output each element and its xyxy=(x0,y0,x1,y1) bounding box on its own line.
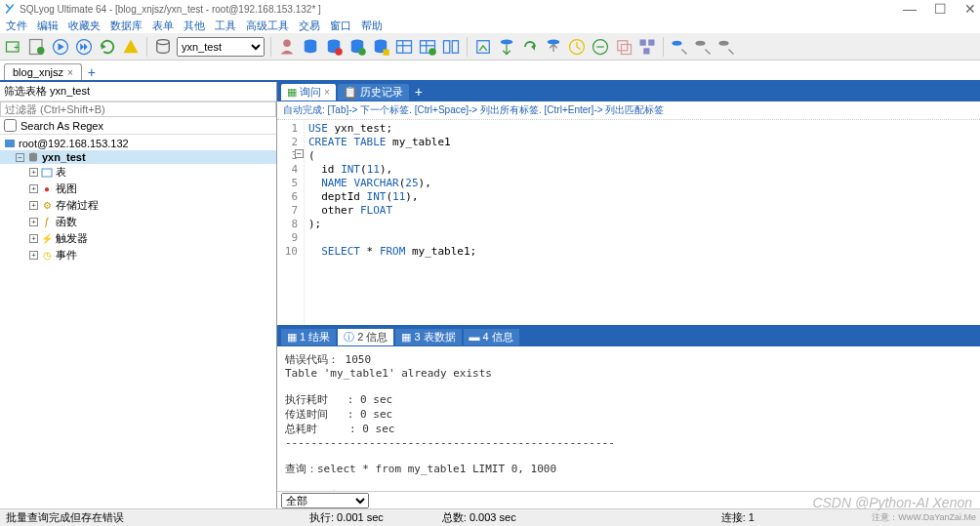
new-query-icon[interactable] xyxy=(27,37,47,57)
tool3-icon[interactable] xyxy=(716,37,736,57)
object-tree[interactable]: root@192.168.153.132 − yxn_test +表 +●视图 … xyxy=(0,135,276,508)
expand-icon[interactable]: + xyxy=(29,201,38,210)
menu-file[interactable]: 文件 xyxy=(6,19,27,33)
tree-database[interactable]: − yxn_test xyxy=(0,150,276,164)
schema-icon[interactable] xyxy=(637,37,657,57)
close-icon[interactable]: ✕ xyxy=(964,1,976,17)
svg-marker-5 xyxy=(59,43,64,51)
svg-point-12 xyxy=(283,39,291,47)
result-scope-select[interactable]: 全部 xyxy=(281,493,369,508)
db-truncate-icon[interactable] xyxy=(371,37,390,57)
tab-label: blog_xnjsz xyxy=(13,66,63,78)
db-create-icon[interactable] xyxy=(301,37,320,57)
svg-rect-19 xyxy=(384,49,389,55)
expand-icon[interactable]: + xyxy=(29,168,38,177)
database-icon xyxy=(153,37,173,57)
server-icon xyxy=(4,138,16,149)
svg-point-15 xyxy=(335,48,343,56)
menu-tools[interactable]: 工具 xyxy=(215,19,236,33)
minimize-icon[interactable]: — xyxy=(903,1,917,17)
user-icon[interactable] xyxy=(277,37,297,57)
expand-icon[interactable]: + xyxy=(29,218,38,226)
schedule-icon[interactable] xyxy=(567,37,587,57)
tab-info2[interactable]: ▬4 信息 xyxy=(464,329,519,345)
menu-edit[interactable]: 编辑 xyxy=(37,19,59,33)
svg-marker-9 xyxy=(102,43,106,49)
svg-text:+: + xyxy=(14,41,20,52)
regex-checkbox[interactable] xyxy=(4,119,17,132)
fold-icon[interactable]: − xyxy=(295,149,304,158)
refresh-icon[interactable] xyxy=(98,37,117,57)
sync-icon[interactable] xyxy=(544,37,563,57)
event-icon: ◷ xyxy=(41,250,53,262)
new-tab-button[interactable]: + xyxy=(82,64,102,80)
info-icon: ⓘ xyxy=(344,330,354,344)
tool2-icon[interactable] xyxy=(693,37,713,57)
new-query-tab[interactable]: + xyxy=(411,84,427,100)
menu-table[interactable]: 表单 xyxy=(152,19,174,33)
connection-tab[interactable]: blog_xnjsz × xyxy=(4,63,82,80)
table-icon xyxy=(41,167,53,179)
export-icon[interactable] xyxy=(520,37,540,57)
tree-procedures[interactable]: +⚙存储过程 xyxy=(0,197,276,214)
tree-views[interactable]: +●视图 xyxy=(0,181,276,197)
execute-icon[interactable] xyxy=(51,37,70,57)
svg-rect-29 xyxy=(477,40,490,53)
menu-help[interactable]: 帮助 xyxy=(361,19,383,33)
svg-point-30 xyxy=(501,39,513,44)
menu-favorites[interactable]: 收藏夹 xyxy=(68,19,101,33)
tree-root[interactable]: root@192.168.153.132 xyxy=(0,137,276,150)
expand-icon[interactable]: + xyxy=(29,234,38,243)
autocomplete-hint: 自动完成: [Tab]-> 下一个标签. [Ctrl+Space]-> 列出所有… xyxy=(277,101,980,120)
execute-all-icon[interactable] xyxy=(74,37,94,57)
import-icon[interactable] xyxy=(497,37,516,57)
tab-close-icon[interactable]: × xyxy=(67,67,73,78)
tab-info[interactable]: ⓘ2 信息 xyxy=(338,329,393,345)
tree-events[interactable]: +◷事件 xyxy=(0,247,276,263)
svg-rect-37 xyxy=(640,39,646,45)
content-area: ▦ 询问 × 📋 历史记录 + 自动完成: [Tab]-> 下一个标签. [Ct… xyxy=(277,82,980,508)
tab-tabledata[interactable]: ▦3 表数据 xyxy=(395,329,461,345)
svg-marker-10 xyxy=(124,39,139,53)
filter-input[interactable] xyxy=(0,101,276,117)
svg-point-42 xyxy=(719,40,729,45)
query-tab[interactable]: ▦ 询问 × xyxy=(281,84,336,101)
menu-database[interactable]: 数据库 xyxy=(110,19,143,33)
svg-point-40 xyxy=(673,40,682,45)
maximize-icon[interactable]: ☐ xyxy=(934,1,947,17)
code-area[interactable]: USE yxn_test; CREATE TABLE my_table1 −( … xyxy=(305,120,980,325)
compare-icon[interactable] xyxy=(591,37,610,57)
svg-marker-31 xyxy=(531,43,535,51)
menu-advanced[interactable]: 高级工具 xyxy=(246,19,289,33)
copy-icon[interactable] xyxy=(614,37,633,57)
new-connection-icon[interactable]: + xyxy=(4,37,23,57)
collapse-icon[interactable]: − xyxy=(16,153,24,162)
expand-icon[interactable]: + xyxy=(29,251,38,260)
tree-tables[interactable]: +表 xyxy=(0,164,276,181)
table-icon[interactable] xyxy=(394,37,414,57)
tree-functions[interactable]: +ƒ函数 xyxy=(0,214,276,230)
warning-icon[interactable] xyxy=(121,37,141,57)
info-icon: ▬ xyxy=(470,331,480,343)
menu-transaction[interactable]: 交易 xyxy=(299,19,320,33)
svg-rect-20 xyxy=(397,40,412,53)
sql-editor[interactable]: 12345678910 USE yxn_test; CREATE TABLE m… xyxy=(277,120,980,325)
expand-icon[interactable]: + xyxy=(29,184,38,193)
db-drop-icon[interactable] xyxy=(324,37,344,57)
menu-window[interactable]: 窗口 xyxy=(330,19,351,33)
tab-result[interactable]: ▦1 结果 xyxy=(281,329,336,345)
filter-label: 筛选表格 yxn_test xyxy=(0,82,276,101)
svg-rect-35 xyxy=(618,40,628,50)
results-pane[interactable]: 错误代码： 1050 Table 'my_table1' already exi… xyxy=(277,346,980,491)
close-icon[interactable]: × xyxy=(324,87,330,98)
tree-triggers[interactable]: +⚡触发器 xyxy=(0,230,276,247)
backup-icon[interactable] xyxy=(473,37,493,57)
history-tab[interactable]: 📋 历史记录 xyxy=(338,84,409,101)
database-select[interactable]: yxn_test xyxy=(177,37,265,57)
svg-rect-45 xyxy=(42,169,52,177)
db-alter-icon[interactable] xyxy=(347,37,367,57)
table-alter-icon[interactable] xyxy=(418,37,437,57)
index-icon[interactable] xyxy=(441,37,461,57)
tool1-icon[interactable] xyxy=(670,37,689,57)
menu-other[interactable]: 其他 xyxy=(184,19,205,33)
